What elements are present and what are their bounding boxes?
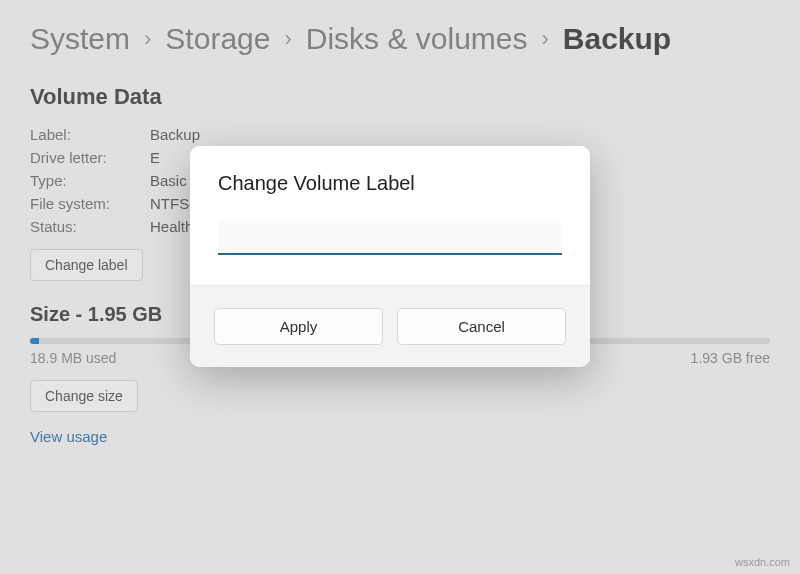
watermark: wsxdn.com	[735, 556, 790, 568]
dialog-footer: Apply Cancel	[190, 285, 590, 367]
dialog-body: Change Volume Label	[190, 146, 590, 285]
cancel-button[interactable]: Cancel	[397, 308, 566, 345]
apply-button[interactable]: Apply	[214, 308, 383, 345]
dialog-title: Change Volume Label	[218, 172, 562, 195]
volume-label-input[interactable]	[218, 221, 562, 255]
change-volume-label-dialog: Change Volume Label Apply Cancel	[190, 146, 590, 367]
